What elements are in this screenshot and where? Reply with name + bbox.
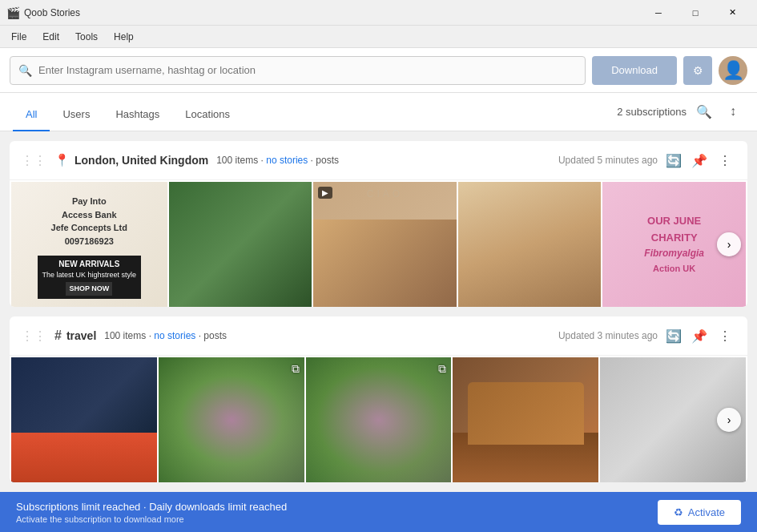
travel-refresh-button[interactable]: 🔄 [662, 324, 685, 347]
ad-new-arrivals: NEW ARRIVALS [42, 259, 137, 270]
notification-title: Subscriptions limit reached · Daily down… [16, 501, 658, 513]
location-icon: 📍 [54, 153, 70, 167]
charity-line3: Fibromyalgia [644, 246, 704, 261]
section-travel: ⋮⋮ # travel 100 items · no stories · pos… [10, 316, 747, 482]
london-stories-link[interactable]: no stories [266, 155, 308, 166]
search-subscriptions-icon: 🔍 [696, 104, 712, 119]
section-travel-header: ⋮⋮ # travel 100 items · no stories · pos… [10, 316, 747, 356]
tabs-list: All Users Hashtags Locations [13, 99, 243, 131]
app-icon: 🎬 [6, 6, 20, 19]
tabs-bar: All Users Hashtags Locations 2 subscript… [0, 93, 757, 131]
london-actions: 🔄 📌 ⋮ [662, 149, 736, 171]
search-container[interactable]: 🔍 [10, 56, 586, 85]
activate-icon: ♻ [674, 506, 683, 518]
tab-all[interactable]: All [13, 99, 50, 131]
subscriptions-label: 2 subscriptions [617, 106, 687, 118]
notification-text: Subscriptions limit reached · Daily down… [16, 501, 658, 524]
hashtag-icon: # [54, 328, 62, 343]
travel-updated: Updated 3 minutes ago [558, 330, 658, 341]
london-image-3[interactable]: CIAO ▶ [313, 182, 457, 307]
london-refresh-button[interactable]: 🔄 [662, 149, 685, 171]
avatar-image: 👤 [723, 60, 744, 81]
travel-pin-button[interactable]: 📌 [688, 324, 711, 347]
app-title: Qoob Stories [24, 7, 640, 18]
search-input[interactable] [38, 64, 577, 76]
london-name: London, United Kingdom [74, 154, 208, 167]
charity-line2: CHARITY [644, 230, 704, 247]
menu-file[interactable]: File [3, 28, 34, 46]
refresh-icon: 🔄 [666, 153, 682, 168]
filter-button[interactable]: ⚙ [683, 56, 712, 85]
london-more-button[interactable]: ⋮ [714, 149, 736, 171]
travel-count: 100 items [104, 330, 146, 341]
london-next-button[interactable]: › [717, 232, 741, 256]
activate-button[interactable]: ♻ Activate [658, 500, 741, 525]
notification-subtitle: Activate the subscription to download mo… [16, 514, 658, 524]
filter-icon: ⚙ [693, 64, 703, 77]
ad-line2: Access Bank [51, 208, 127, 222]
travel-more-icon: ⋮ [719, 328, 731, 344]
london-image-2[interactable] [169, 182, 312, 307]
tabs-actions: 2 subscriptions 🔍 ↕ [617, 100, 744, 131]
travel-next-button[interactable]: › [717, 408, 741, 432]
multi-badge-travel2: ⧉ [292, 362, 300, 376]
london-image-1[interactable]: Pay Into Access Bank Jefe Concepts Ltd 0… [11, 182, 167, 307]
london-count: 100 items [216, 155, 258, 166]
search-subscriptions-button[interactable]: 🔍 [693, 100, 715, 123]
menu-help[interactable]: Help [106, 28, 142, 46]
window-controls: ─ □ ✕ [640, 0, 751, 26]
toolbar: 🔍 Download ⚙ 👤 [0, 48, 757, 93]
ad-line3: Jefe Concepts Ltd [51, 221, 127, 235]
more-icon: ⋮ [719, 153, 731, 168]
title-bar: 🎬 Qoob Stories ─ □ ✕ [0, 0, 757, 26]
london-pin-button[interactable]: 📌 [688, 149, 711, 171]
activate-label: Activate [688, 506, 725, 518]
travel-more-button[interactable]: ⋮ [714, 324, 736, 347]
multi-badge-travel3: ⧉ [438, 362, 446, 376]
travel-image-1[interactable] [11, 357, 157, 482]
travel-stories-link[interactable]: no stories [154, 330, 195, 341]
download-button[interactable]: Download [592, 56, 677, 85]
charity-line1: OUR JUNE [644, 213, 704, 230]
section-london-header: ⋮⋮ 📍 London, United Kingdom 100 items · … [10, 141, 747, 180]
main-content: ⋮⋮ 📍 London, United Kingdom 100 items · … [0, 131, 757, 492]
section-london: ⋮⋮ 📍 London, United Kingdom 100 items · … [10, 141, 747, 307]
notification-bar: Subscriptions limit reached · Daily down… [0, 492, 757, 532]
ad-line4: 0097186923 [51, 235, 127, 248]
tab-users[interactable]: Users [50, 99, 103, 131]
drag-handle-travel[interactable]: ⋮⋮ [21, 328, 46, 344]
sort-button[interactable]: ↕ [722, 100, 744, 123]
close-button[interactable]: ✕ [714, 0, 751, 26]
pin-icon: 📌 [691, 153, 707, 168]
travel-image-3[interactable]: ⧉ [306, 357, 452, 482]
charity-line4: Action UK [644, 262, 704, 276]
sort-icon: ↕ [730, 104, 736, 119]
london-updated: Updated 5 minutes ago [558, 155, 658, 166]
tab-hashtags[interactable]: Hashtags [103, 99, 172, 131]
maximize-button[interactable]: □ [677, 0, 714, 26]
travel-posts: · posts [199, 330, 227, 341]
london-image-4[interactable] [458, 182, 602, 307]
travel-actions: 🔄 📌 ⋮ [662, 324, 736, 347]
ad-desc: The latest UK highstreet style [42, 270, 137, 280]
tab-locations[interactable]: Locations [172, 99, 243, 131]
menu-tools[interactable]: Tools [67, 28, 106, 46]
menu-edit[interactable]: Edit [34, 28, 67, 46]
travel-pin-icon: 📌 [691, 328, 707, 344]
menu-bar: File Edit Tools Help [0, 26, 757, 48]
travel-image-4[interactable] [453, 357, 598, 482]
ad-shop: SHOP NOW [66, 282, 112, 296]
ad-line1: Pay Into [51, 195, 127, 208]
search-icon: 🔍 [18, 64, 32, 77]
avatar[interactable]: 👤 [719, 56, 747, 85]
video-badge-london3: ▶ [318, 187, 332, 199]
travel-name: travel [66, 329, 96, 342]
travel-refresh-icon: 🔄 [666, 328, 682, 344]
drag-handle-london[interactable]: ⋮⋮ [21, 153, 46, 168]
london-meta: 100 items · no stories · posts [216, 155, 339, 166]
minimize-button[interactable]: ─ [640, 0, 677, 26]
london-posts: · posts [311, 155, 339, 166]
travel-meta: 100 items · no stories · posts [104, 330, 227, 341]
travel-image-2[interactable]: ⧉ [159, 357, 304, 482]
london-image-grid: Pay Into Access Bank Jefe Concepts Ltd 0… [10, 180, 747, 307]
